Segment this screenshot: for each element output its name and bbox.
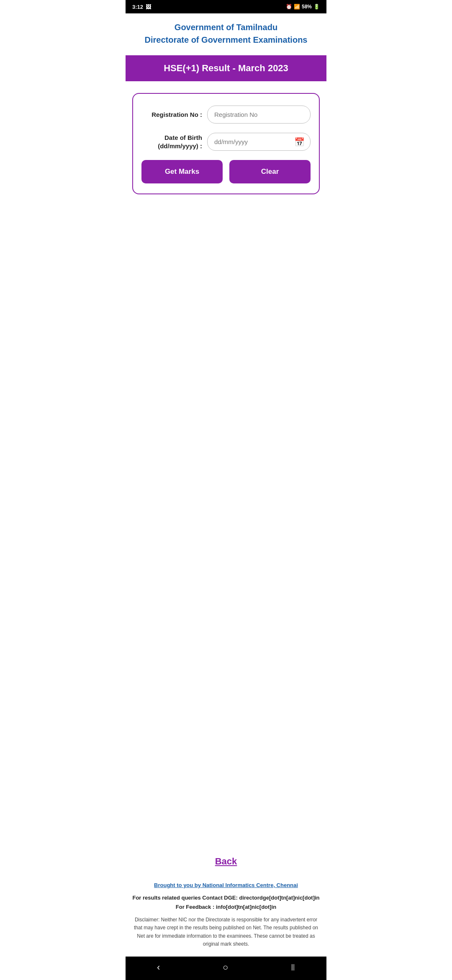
form-card: Registration No : Date of Birth (dd/mm/y… (132, 93, 320, 194)
back-section: Back (126, 848, 326, 875)
wifi-icon: 📶 (294, 4, 300, 10)
dob-input[interactable] (207, 133, 311, 151)
back-link[interactable]: Back (215, 856, 237, 867)
back-nav-icon[interactable]: ‹ (157, 962, 160, 973)
main-content: Government of Tamilnadu Directorate of G… (126, 13, 326, 957)
registration-label: Registration No : (141, 111, 202, 119)
banner-text: HSE(+1) Result - March 2023 (164, 63, 288, 73)
contact-line-1: For results related queries Contact DGE:… (132, 893, 320, 903)
status-time: 3:12 🖼 (132, 4, 151, 10)
banner: HSE(+1) Result - March 2023 (126, 55, 326, 81)
nic-link[interactable]: Brought to you by National Informatics C… (132, 882, 320, 888)
header-title-2: Directorate of Government Examinations (132, 34, 320, 45)
footer: Brought to you by National Informatics C… (126, 875, 326, 957)
registration-row: Registration No : (141, 106, 311, 124)
dob-input-wrapper: 📅 (207, 133, 311, 151)
status-icons: ⏰ 📶 58% 🔋 (286, 4, 320, 10)
registration-input[interactable] (207, 106, 311, 124)
dob-row: Date of Birth (dd/mm/yyyy) : 📅 (141, 133, 311, 151)
header-title-1: Government of Tamilnadu (132, 22, 320, 33)
status-bar: 3:12 🖼 ⏰ 📶 58% 🔋 (126, 0, 326, 13)
footer-contact: For results related queries Contact DGE:… (132, 893, 320, 912)
bottom-nav: ‹ ○ ⫴ (126, 957, 326, 980)
home-nav-icon[interactable]: ○ (223, 962, 228, 973)
dob-label: Date of Birth (dd/mm/yyyy) : (141, 134, 202, 150)
spacer (126, 206, 326, 848)
alarm-icon: ⏰ (286, 4, 292, 10)
get-marks-button[interactable]: Get Marks (141, 160, 223, 183)
battery-text: 58% (302, 4, 312, 10)
footer-disclaimer: Disclaimer: Neither NIC nor the Director… (132, 916, 320, 948)
time-display: 3:12 (132, 4, 143, 10)
buttons-row: Get Marks Clear (141, 160, 311, 183)
clear-button[interactable]: Clear (229, 160, 311, 183)
gallery-icon: 🖼 (146, 4, 151, 10)
menu-nav-icon[interactable]: ⫴ (291, 962, 295, 973)
battery-icon: 🔋 (313, 4, 320, 10)
header: Government of Tamilnadu Directorate of G… (126, 13, 326, 52)
contact-line-2: For Feedback : info[dot]tn[at]nic[dot]in (132, 903, 320, 912)
